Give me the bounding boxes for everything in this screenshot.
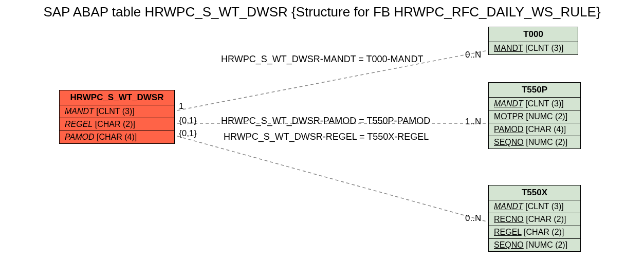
entity-field: PAMOD [CHAR (4)] xyxy=(60,131,174,143)
entity-header: HRWPC_S_WT_DWSR xyxy=(60,90,174,105)
cardinality-right: 0..N xyxy=(465,50,481,60)
entity-t550p: T550P MANDT [CLNT (3)] MOTPR [NUMC (2)] … xyxy=(488,82,581,149)
entity-field: REGEL [CHAR (2)] xyxy=(60,118,174,131)
entity-field: SEQNO [NUMC (2)] xyxy=(489,239,580,251)
cardinality-left: {0,1} xyxy=(179,128,197,139)
cardinality-right: 0..N xyxy=(465,213,481,224)
entity-header: T000 xyxy=(489,27,578,42)
cardinality-left: 1 xyxy=(179,101,183,111)
entity-t550x: T550X MANDT [CLNT (3)] RECNO [CHAR (2)] … xyxy=(488,185,581,252)
entity-field: MOTPR [NUMC (2)] xyxy=(489,110,580,123)
cardinality-right: 1..N xyxy=(465,117,481,127)
relation-label: HRWPC_S_WT_DWSR-MANDT = T000-MANDT xyxy=(221,54,424,65)
page-title: SAP ABAP table HRWPC_S_WT_DWSR {Structur… xyxy=(0,4,644,20)
entity-field: PAMOD [CHAR (4)] xyxy=(489,123,580,136)
entity-header: T550P xyxy=(489,83,580,98)
entity-hrwpc-s-wt-dwsr: HRWPC_S_WT_DWSR MANDT [CLNT (3)] REGEL [… xyxy=(59,90,175,144)
cardinality-left: {0,1} xyxy=(179,116,197,126)
relation-label: HRWPC_S_WT_DWSR-REGEL = T550X-REGEL xyxy=(224,132,429,142)
entity-field: MANDT [CLNT (3)] xyxy=(489,200,580,213)
entity-field: REGEL [CHAR (2)] xyxy=(489,226,580,239)
relation-label: HRWPC_S_WT_DWSR-PAMOD = T550P-PAMOD xyxy=(221,116,430,126)
entity-field: SEQNO [NUMC (2)] xyxy=(489,136,580,148)
entity-header: T550X xyxy=(489,185,580,200)
entity-field: MANDT [CLNT (3)] xyxy=(489,98,580,110)
entity-field: MANDT [CLNT (3)] xyxy=(60,105,174,118)
svg-line-2 xyxy=(177,136,488,222)
entity-t000: T000 MANDT [CLNT (3)] xyxy=(488,27,578,55)
entity-field: RECNO [CHAR (2)] xyxy=(489,213,580,226)
entity-field: MANDT [CLNT (3)] xyxy=(489,42,578,54)
